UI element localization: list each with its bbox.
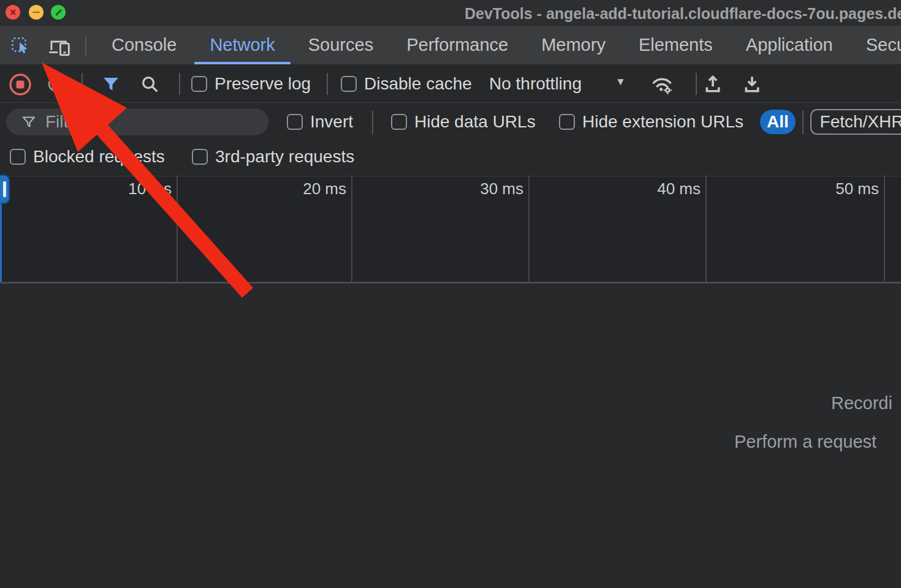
hide-data-urls-checkbox[interactable] bbox=[391, 114, 407, 130]
tab-label: Performance bbox=[406, 35, 508, 55]
filter-input-container[interactable] bbox=[6, 108, 268, 135]
search-button[interactable] bbox=[140, 75, 159, 96]
recording-status-text: Recordi bbox=[831, 393, 892, 413]
invert-checkbox[interactable] bbox=[287, 114, 303, 130]
toolbar-separator bbox=[179, 73, 180, 95]
upload-icon bbox=[702, 73, 723, 95]
overview-tick-label: 30 ms bbox=[468, 179, 523, 198]
tab-network[interactable]: Network bbox=[193, 26, 291, 64]
close-window-button[interactable]: ✕ bbox=[6, 5, 20, 20]
record-stop-icon bbox=[8, 72, 32, 97]
overview-gridline bbox=[884, 176, 885, 282]
preserve-log-label[interactable]: Preserve log bbox=[215, 74, 311, 94]
network-conditions-button[interactable] bbox=[650, 72, 674, 99]
overview-gridline bbox=[528, 176, 530, 282]
export-har-button[interactable] bbox=[742, 73, 762, 97]
blocked-requests-checkbox[interactable] bbox=[10, 149, 26, 165]
download-icon bbox=[742, 73, 762, 95]
hide-data-urls-label[interactable]: Hide data URLs bbox=[414, 111, 536, 132]
overview-gridline bbox=[351, 176, 352, 282]
request-type-fetch-xhr-chip[interactable]: Fetch/XHR bbox=[810, 109, 901, 135]
tab-performance[interactable]: Performance bbox=[390, 26, 525, 64]
tab-memory[interactable]: Memory bbox=[525, 26, 622, 64]
request-type-all-chip[interactable]: All bbox=[760, 110, 796, 134]
overview-tick-label: 20 ms bbox=[291, 179, 346, 198]
tab-label: Security bbox=[866, 35, 901, 55]
minimize-window-button[interactable] bbox=[29, 5, 44, 20]
toolbar-separator bbox=[327, 73, 328, 95]
stop-recording-button[interactable] bbox=[8, 72, 32, 99]
minimize-icon bbox=[32, 12, 40, 13]
tab-security[interactable]: Security bbox=[850, 26, 901, 64]
overview-tick-label: 40 ms bbox=[645, 179, 701, 198]
handle-grip bbox=[3, 181, 6, 197]
overview-tick-label: 50 ms bbox=[824, 179, 879, 198]
funnel-icon bbox=[102, 75, 120, 93]
overview-gridline bbox=[705, 176, 707, 282]
tab-label: Network bbox=[210, 35, 275, 55]
toolbar-separator bbox=[696, 73, 697, 95]
hide-extension-urls-checkbox[interactable] bbox=[559, 114, 575, 130]
tab-application[interactable]: Application bbox=[729, 26, 850, 64]
tab-label: Memory bbox=[541, 35, 606, 55]
window-title: DevTools - angela-add-tutorial.cloudflar… bbox=[465, 5, 901, 23]
overview-gridline bbox=[177, 176, 178, 282]
overview-range-edge bbox=[0, 204, 2, 282]
import-har-button[interactable] bbox=[702, 73, 723, 97]
preserve-log-checkbox[interactable] bbox=[191, 76, 207, 92]
blocked-requests-label[interactable]: Blocked requests bbox=[33, 146, 165, 167]
clear-network-log-button[interactable] bbox=[47, 75, 66, 96]
invert-label[interactable]: Invert bbox=[310, 111, 353, 132]
toggle-device-toolbar-button[interactable] bbox=[48, 37, 71, 59]
tab-label: Elements bbox=[639, 35, 713, 55]
clear-icon bbox=[47, 75, 66, 93]
tab-console[interactable]: Console bbox=[95, 26, 193, 64]
tab-label: Console bbox=[112, 35, 177, 55]
wifi-gear-icon bbox=[650, 72, 674, 97]
perform-request-hint-text: Perform a request bbox=[734, 432, 876, 452]
throttling-select[interactable]: No throttling bbox=[489, 74, 582, 94]
tab-sources[interactable]: Sources bbox=[292, 26, 390, 64]
tab-elements[interactable]: Elements bbox=[622, 26, 729, 64]
fullscreen-disabled-icon bbox=[55, 9, 61, 15]
tab-label: Application bbox=[746, 35, 833, 55]
active-tab-underline bbox=[194, 62, 290, 64]
toolbar-separator bbox=[82, 73, 83, 95]
device-toolbar-icon bbox=[48, 37, 71, 56]
search-icon bbox=[140, 75, 159, 93]
filter-separator bbox=[802, 111, 804, 134]
funnel-outline-icon bbox=[21, 114, 37, 130]
third-party-requests-label[interactable]: 3rd-party requests bbox=[215, 146, 354, 167]
filter-input[interactable] bbox=[45, 112, 248, 132]
third-party-requests-checkbox[interactable] bbox=[192, 149, 208, 165]
overview-range-handle[interactable] bbox=[0, 175, 10, 204]
chevron-down-icon[interactable]: ▼ bbox=[615, 76, 626, 88]
panel-tabs: Console Network Sources Performance Memo… bbox=[95, 26, 901, 64]
disable-cache-label[interactable]: Disable cache bbox=[364, 74, 472, 94]
tab-label: Sources bbox=[308, 35, 373, 55]
overview-tick-label: 10 ms bbox=[116, 179, 172, 198]
tabbar-separator bbox=[85, 36, 86, 57]
inspect-element-button[interactable] bbox=[10, 36, 31, 59]
filter-separator bbox=[372, 111, 373, 134]
disable-cache-checkbox[interactable] bbox=[341, 76, 357, 92]
fullscreen-window-button[interactable] bbox=[51, 5, 66, 20]
devtools-window: ✕ DevTools - angela-add-tutorial.cloudfl… bbox=[0, 0, 901, 588]
inspect-cursor-icon bbox=[10, 36, 31, 56]
filter-toggle-button[interactable] bbox=[102, 75, 120, 96]
hide-extension-urls-label[interactable]: Hide extension URLs bbox=[582, 111, 743, 132]
